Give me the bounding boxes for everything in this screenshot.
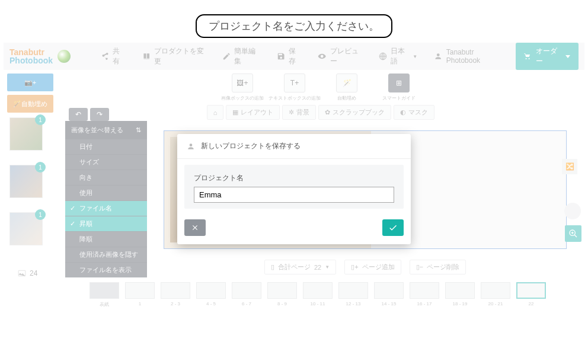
- image-thumbnail[interactable]: 1: [9, 165, 43, 198]
- edit-icon: [222, 52, 231, 61]
- page-strip-item[interactable]: 22: [516, 282, 546, 306]
- sort-item-descending[interactable]: 降順: [65, 231, 147, 247]
- home-icon: ⌂: [213, 109, 218, 116]
- page-strip-item[interactable]: 6 - 7: [232, 282, 261, 306]
- preview-button[interactable]: プレビュー: [311, 43, 369, 70]
- home-button[interactable]: ⌂: [207, 105, 224, 120]
- page-strip-item[interactable]: 8 - 9: [267, 282, 297, 306]
- redo-icon: ↷: [97, 110, 103, 119]
- zoom-button[interactable]: [565, 225, 581, 242]
- check-icon: [388, 223, 398, 232]
- delete-page-button[interactable]: ▯− ページ削除: [410, 260, 466, 274]
- logo-icon: [57, 50, 71, 63]
- sort-item-size[interactable]: サイズ: [65, 154, 147, 170]
- confirm-button[interactable]: [382, 219, 404, 236]
- sort-item-filename[interactable]: ファイル名: [65, 200, 147, 216]
- auto-fill-label: 自動埋め: [21, 100, 47, 108]
- page-strip-item[interactable]: 18 - 19: [445, 282, 475, 306]
- change-product-button[interactable]: プロダクトを変更: [135, 43, 213, 70]
- add-page-icon: ▯+: [351, 263, 358, 271]
- page-strip-item[interactable]: 16 - 17: [410, 282, 439, 306]
- undo-icon: ↶: [75, 110, 81, 119]
- project-name-label: プロジェクト名: [194, 173, 394, 183]
- dialog-header: 新しいプロジェクトを保存する: [177, 134, 411, 159]
- share-icon: [101, 52, 109, 61]
- user-menu[interactable]: Tanabutr Photobook: [427, 43, 511, 70]
- language-label: 日本語: [391, 46, 409, 66]
- redo-button[interactable]: ↷: [90, 108, 109, 121]
- next-page-button[interactable]: [564, 203, 581, 219]
- text-plus-icon: T+: [290, 79, 299, 87]
- globe-icon: [379, 52, 387, 61]
- images-icon: [18, 270, 26, 277]
- sort-icon: ⇅: [136, 126, 141, 134]
- easy-edit-label: 簡単編集: [234, 46, 260, 66]
- shuffle-button[interactable]: 🔀: [562, 159, 577, 174]
- image-thumbnails: 1 1 1: [9, 117, 52, 260]
- delete-page-icon: ▯−: [416, 263, 423, 271]
- usage-badge: 1: [35, 209, 46, 220]
- header-bar: Tanabutr Photobook 共有 プロダクトを変更 簡単編集 保存 プ…: [4, 43, 584, 70]
- save-project-dialog: 新しいプロジェクトを保存する プロジェクト名: [177, 134, 411, 244]
- wand-icon: 🪄: [343, 79, 351, 87]
- usage-badge: 1: [35, 114, 46, 125]
- mask-button[interactable]: ◐ マスク: [394, 105, 434, 120]
- sort-item-ascending[interactable]: 昇順: [65, 216, 147, 231]
- page-strip-item[interactable]: 10 - 11: [303, 282, 333, 306]
- preview-label: プレビュー: [330, 46, 362, 66]
- page-strip-item[interactable]: 4 - 5: [196, 282, 226, 306]
- save-icon: [277, 52, 285, 61]
- svg-line-2: [574, 235, 577, 237]
- save-label: 保存: [289, 46, 301, 66]
- undo-button[interactable]: ↶: [69, 108, 88, 121]
- easy-edit-button[interactable]: 簡単編集: [215, 43, 267, 70]
- order-button[interactable]: オーダー: [516, 43, 579, 70]
- sort-menu: 画像を並べ替える ⇅ 日付 サイズ 向き 使用 ファイル名 昇順 降順 使用済み…: [65, 121, 147, 277]
- project-name-input[interactable]: [194, 187, 394, 203]
- dialog-title: 新しいプロジェクトを保存する: [201, 141, 301, 151]
- add-image-box-button[interactable]: 🖼+ 画像ボックスの追加: [228, 74, 257, 101]
- zoom-icon: [568, 229, 578, 238]
- cart-icon: [524, 52, 531, 60]
- page-strip-item[interactable]: 14 - 15: [374, 282, 404, 306]
- scrapbook-button[interactable]: ✿ スクラップブック: [318, 105, 391, 120]
- image-thumbnail[interactable]: 1: [9, 117, 43, 151]
- chevron-down-icon: [565, 55, 570, 58]
- usage-badge: 1: [35, 162, 46, 173]
- smart-guide-button[interactable]: ⊞ スマートガイド: [385, 74, 413, 101]
- page-strip-item[interactable]: 12 - 13: [338, 282, 368, 306]
- shuffle-icon: 🔀: [565, 162, 574, 171]
- page-strip-item[interactable]: 表紙: [90, 282, 119, 308]
- add-page-button[interactable]: ▯+ ページ追加: [344, 260, 401, 274]
- auto-fill-button-2[interactable]: 🪄 自動埋め: [333, 74, 361, 101]
- guide-icon: ⊞: [396, 79, 402, 87]
- user-icon: [187, 142, 195, 151]
- sort-item-show-filename[interactable]: ファイル名を表示: [65, 262, 147, 277]
- page-strip-item[interactable]: 2 - 3: [161, 282, 190, 306]
- user-icon: [434, 52, 442, 61]
- sort-item-orientation[interactable]: 向き: [65, 170, 147, 185]
- sort-item-date[interactable]: 日付: [65, 139, 147, 154]
- total-pages[interactable]: ▯ 合計ページ 22 ▼: [264, 260, 336, 274]
- left-actions: 📷+ 🪄 自動埋め: [4, 70, 57, 113]
- save-button[interactable]: 保存: [270, 43, 309, 70]
- page-strip-item[interactable]: 1: [125, 282, 155, 306]
- add-images-button[interactable]: 📷+: [7, 74, 53, 91]
- page-strip: 表紙 1 2 - 3 4 - 5 6 - 7 8 - 9 10 - 11 12 …: [57, 282, 579, 312]
- add-text-box-button[interactable]: T+ テキストボックスの追加: [280, 74, 309, 101]
- image-thumbnail[interactable]: 1: [9, 212, 43, 245]
- cancel-button[interactable]: [184, 219, 206, 236]
- page-controls: ▯ 合計ページ 22 ▼ ▯+ ページ追加 ▯− ページ削除: [164, 260, 567, 274]
- background-button[interactable]: ✲ 背景: [282, 105, 316, 120]
- image-count: 24: [18, 269, 37, 277]
- sort-item-hide-used[interactable]: 使用済み画像を隠す: [65, 247, 147, 262]
- image-plus-icon: 🖼+: [237, 79, 248, 87]
- book-icon: [142, 52, 151, 61]
- layout-button[interactable]: ▦ レイアウト: [226, 105, 280, 120]
- share-button[interactable]: 共有: [94, 43, 133, 70]
- auto-fill-button[interactable]: 🪄 自動埋め: [7, 95, 53, 113]
- eye-icon: [318, 52, 326, 61]
- language-selector[interactable]: 日本語 ▼: [372, 43, 424, 70]
- sort-item-used[interactable]: 使用: [65, 185, 147, 200]
- page-strip-item[interactable]: 20 - 21: [481, 282, 510, 306]
